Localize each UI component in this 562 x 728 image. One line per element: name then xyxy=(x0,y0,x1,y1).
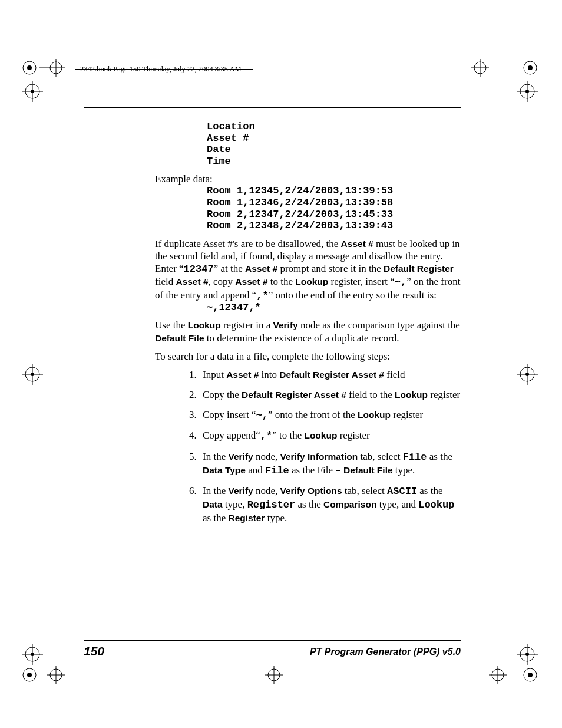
svg-point-14 xyxy=(31,90,34,93)
step-1: Input Asset # into Default Register Asse… xyxy=(199,368,461,381)
paragraph-2: Use the Lookup register in a Verify node… xyxy=(155,319,461,344)
crop-mark-icon xyxy=(259,660,289,690)
crop-mark-icon xyxy=(510,74,545,109)
svg-point-10 xyxy=(528,65,533,70)
paragraph-1: If duplicate Asset #'s are to be disallo… xyxy=(155,238,461,302)
crop-mark-icon xyxy=(483,660,513,690)
step-5: In the Verify node, Verify Information t… xyxy=(199,450,461,477)
footer-rule xyxy=(84,640,461,641)
crop-mark-icon xyxy=(15,357,50,392)
step-3: Copy insert “~,” onto the front of the L… xyxy=(199,409,461,422)
crop-mark-icon xyxy=(41,660,71,690)
example-label: Example data: xyxy=(155,173,461,185)
crop-mark-icon xyxy=(15,74,50,109)
svg-point-36 xyxy=(27,673,32,677)
crop-mark-icon xyxy=(465,53,495,83)
field-list-code: Location Asset # Date Time xyxy=(207,121,461,167)
footer-title: PT Program Generator (PPG) v5.0 xyxy=(310,647,461,657)
svg-point-26 xyxy=(525,373,529,376)
svg-point-47 xyxy=(528,673,533,677)
svg-point-22 xyxy=(31,373,34,376)
crop-mark-icon xyxy=(510,357,545,392)
example-data-code: Room 1,12345,2/24/2003,13:39:53 Room 1,1… xyxy=(207,185,461,231)
svg-point-18 xyxy=(525,90,529,93)
crop-mark-icon xyxy=(513,660,542,690)
top-rule xyxy=(84,107,461,108)
paragraph-3: To search for a data in a file, complete… xyxy=(155,350,461,363)
svg-point-1 xyxy=(27,65,32,70)
svg-point-30 xyxy=(31,653,34,656)
step-2: Copy the Default Register Asset # field … xyxy=(199,388,461,401)
step-6: In the Verify node, Verify Options tab, … xyxy=(199,485,461,525)
steps-list: Input Asset # into Default Register Asse… xyxy=(155,368,461,525)
result-code: ~,12347,* xyxy=(207,302,461,314)
step-4: Copy append“,*” to the Lookup register xyxy=(199,429,461,443)
svg-point-34 xyxy=(525,653,529,656)
page-content: Location Asset # Date Time Example data:… xyxy=(155,121,461,532)
print-header: 2342.book Page 150 Thursday, July 22, 20… xyxy=(80,65,242,74)
page-number: 150 xyxy=(84,644,104,658)
